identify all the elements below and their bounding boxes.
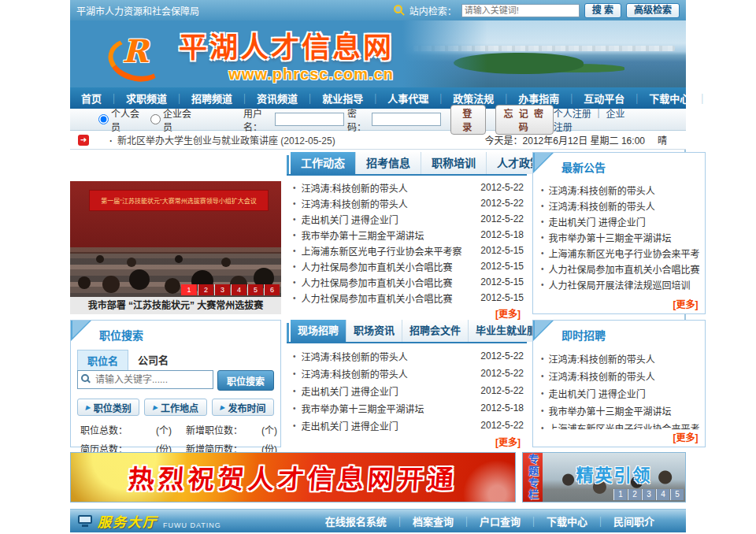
special-page-button[interactable]: 3	[642, 489, 655, 500]
nav-item[interactable]: 政策法规	[428, 91, 494, 106]
work-news-tabs: 工作动态招考信息职称培训人才政策	[287, 152, 527, 176]
photo-page-button[interactable]: 2	[198, 284, 213, 295]
instant-item[interactable]: 走出机关门 进得企业门	[538, 384, 700, 402]
job-filter-button[interactable]: ▶职位类别	[77, 399, 139, 416]
company-member-radio[interactable]	[150, 114, 161, 124]
notice-item[interactable]: 汪鸿涛:科技创新的带头人	[538, 182, 700, 198]
news-item[interactable]: 走出机关门 进得企业门2012-5-22	[288, 382, 524, 399]
top-bar: 平湖市人力资源和社会保障局 站内检索： 搜 索 高级检索	[70, 0, 686, 20]
nav-item[interactable]: 办事指南	[494, 91, 559, 106]
notice-item[interactable]: 人力社保局开展法律法规巡回培训	[538, 276, 700, 292]
nav-item[interactable]: 招聘频道	[167, 91, 232, 106]
news-item[interactable]: 走出机关门 进得企业门2012-5-22	[288, 417, 524, 434]
instant-item[interactable]: 上海浦东新区光电子行业协会来平考	[538, 419, 700, 429]
news-item[interactable]: 上海浦东新区光电子行业协会来平考察2012-5-15	[288, 243, 524, 258]
more-link[interactable]: [更多]	[533, 429, 705, 447]
celebration-banner-text: 热烈祝贺人才信息网开通	[127, 458, 458, 496]
nav-item[interactable]: 求职频道	[102, 91, 167, 106]
news-tab[interactable]: 招聘会文件	[402, 320, 469, 342]
news-tab[interactable]: 职称培训	[421, 152, 487, 174]
service-link[interactable]: 民间职介	[587, 514, 654, 528]
register-personal-link[interactable]: 个人注册	[554, 109, 591, 120]
news-item[interactable]: 汪鸿涛:科技创新的带头人2012-5-22	[288, 347, 524, 365]
notice-item[interactable]: 我市举办第十三期金平湖讲坛	[538, 229, 700, 245]
photo-pagination: 123456	[181, 284, 280, 295]
instant-item[interactable]: 汪鸿涛:科技创新的带头人	[538, 367, 700, 384]
forgot-password-button[interactable]: 忘 记 密 码	[495, 105, 554, 135]
site-search-input[interactable]	[461, 4, 580, 17]
job-search-title: 职位搜索	[71, 321, 280, 347]
news-tab[interactable]: 工作动态	[291, 152, 356, 174]
photo-page-button[interactable]: 1	[181, 284, 197, 295]
special-page-button[interactable]: 4	[656, 489, 669, 500]
news-item[interactable]: 人力社保局参加市直机关小合唱比赛2012-5-15	[288, 258, 524, 274]
photo-caption[interactable]: 我市部署 “江苏技能状元” 大赛常州选拔赛	[70, 297, 281, 314]
news-item[interactable]: 走出机关门 进得企业门2012-5-22	[288, 211, 524, 227]
nav-item[interactable]: 互动平台	[559, 91, 624, 106]
tab-position-name[interactable]: 职位名	[77, 350, 128, 370]
password-field[interactable]	[372, 113, 441, 126]
nav-item[interactable]: 人事代理	[363, 91, 428, 106]
news-item[interactable]: 我市举办第十三期金平湖讲坛2012-5-18	[288, 227, 524, 243]
special-page-button[interactable]: 1	[613, 489, 627, 500]
job-filter-button[interactable]: ▶发布时间	[212, 399, 274, 416]
notice-item[interactable]: 人力社保局参加市直机关小合唱比赛	[538, 261, 700, 276]
notice-item[interactable]: 上海浦东新区光电子行业协会来平考	[538, 245, 700, 261]
job-stat-value: (个)	[142, 423, 186, 436]
member-type-company[interactable]: 企业会员	[150, 106, 195, 133]
news-item[interactable]: 人力社保局参加市直机关小合唱比赛2012-5-15	[288, 290, 524, 306]
login-bar: 个人会员 企业会员 用户名： 密码： 登 录 忘 记 密 码 个人注册 ｜ 企业…	[70, 109, 686, 131]
job-stat: 新增职位数：	[186, 423, 261, 436]
instant-item[interactable]: 我市举办第十三期金平湖讲坛	[538, 402, 700, 419]
username-field[interactable]	[275, 113, 344, 126]
news-tab[interactable]: 现场招聘	[291, 320, 346, 342]
nav-item[interactable]: 下载中心	[624, 91, 690, 106]
notice-item[interactable]: 走出机关门 进得企业门	[538, 213, 700, 229]
service-link[interactable]: 下载中心	[521, 514, 587, 528]
photo-page-button[interactable]: 5	[247, 284, 263, 295]
news-item[interactable]: 汪鸿涛:科技创新的带头人2012-5-22	[288, 180, 524, 195]
news-item[interactable]: 我市举办第十三期金平湖讲坛2012-5-18	[288, 399, 524, 417]
tab-company-name[interactable]: 公司名	[128, 350, 178, 370]
service-link[interactable]: 在线报名系统	[325, 514, 387, 528]
nav-item[interactable]: 网站地图	[690, 91, 755, 106]
site-search: 站内检索： 搜 索 高级检索	[394, 3, 680, 18]
recruit-news-tabs: 现场招聘职场资讯招聘会文件毕业生就业服务	[287, 320, 527, 343]
nav-item[interactable]: 就业指导	[298, 91, 363, 106]
news-item[interactable]: 人力社保局参加市直机关小合唱比赛2012-5-15	[288, 274, 524, 290]
photo-page-button[interactable]: 3	[214, 284, 230, 295]
news-tab[interactable]: 职场资讯	[346, 320, 402, 342]
news-item[interactable]: 汪鸿涛:科技创新的带头人2012-5-22	[288, 195, 524, 211]
notice-item[interactable]: 汪鸿涛:科技创新的带头人	[538, 198, 700, 213]
site-header: R 平湖人才信息网 www.phrcsc.com.cn	[70, 20, 686, 87]
search-button[interactable]: 搜 索	[584, 3, 621, 18]
announcement-icon: ➜	[78, 135, 89, 146]
more-link[interactable]: [更多]	[287, 434, 527, 451]
special-page-button[interactable]: 2	[628, 489, 641, 500]
photo-page-button[interactable]: 4	[231, 284, 246, 295]
site-logo-icon[interactable]: R	[106, 31, 168, 78]
member-type-personal[interactable]: 个人会员	[98, 106, 143, 133]
photo-page-button[interactable]: 6	[264, 284, 280, 295]
advanced-search-button[interactable]: 高级检索	[626, 3, 680, 18]
nav-item[interactable]: 首页	[81, 91, 102, 106]
personal-member-radio[interactable]	[98, 114, 109, 124]
instant-item[interactable]: 汪鸿涛:科技创新的带头人	[538, 350, 700, 367]
login-button[interactable]: 登 录	[450, 105, 486, 135]
news-item[interactable]: 汪鸿涛:科技创新的带头人2012-5-22	[288, 365, 524, 382]
celebration-banner[interactable]: 热烈祝贺人才信息网开通	[70, 452, 516, 502]
job-filter-button[interactable]: ▶工作地点	[144, 399, 206, 416]
special-column-banner[interactable]: 专题专栏 精英引领 12345	[522, 452, 686, 502]
service-link[interactable]: 档案查询	[387, 514, 454, 528]
job-keyword-input[interactable]	[77, 370, 213, 389]
announcement-link[interactable]: 新北区举办大学生创业与就业政策讲座 (2012-05-25)	[109, 133, 335, 146]
special-page-button[interactable]: 5	[670, 489, 684, 500]
nav-item[interactable]: 资讯频道	[232, 91, 298, 106]
news-tab[interactable]: 招考信息	[356, 152, 421, 174]
instant-recruit-list: 汪鸿涛:科技创新的带头人汪鸿涛:科技创新的带头人走出机关门 进得企业门我市举办第…	[533, 347, 705, 429]
job-search-button[interactable]: 职位搜索	[217, 370, 274, 391]
news-photo-slide[interactable]: 第一届“江苏技能状元”大赛常州选拔赛领导小组扩大会议 123456	[70, 152, 281, 297]
service-link[interactable]: 户口查询	[454, 514, 521, 528]
triangle-right-icon: ▶	[153, 404, 158, 411]
more-link[interactable]: [更多]	[533, 296, 705, 313]
